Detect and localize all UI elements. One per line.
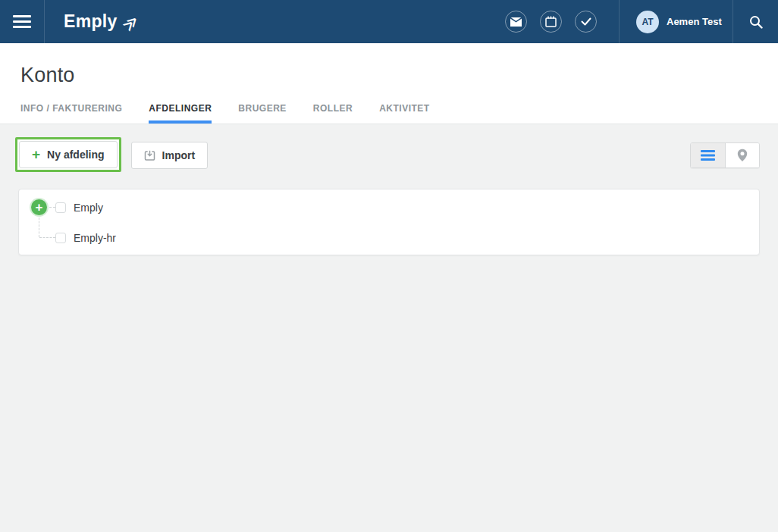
tab-bar: INFO / FAKTURERING AFDELINGER BRUGERE RO… [20, 103, 778, 124]
import-label: Import [162, 149, 196, 161]
new-department-label: Ny afdeling [47, 149, 104, 161]
search-icon [749, 15, 763, 29]
list-icon [701, 150, 715, 161]
tab-afdelinger[interactable]: AFDELINGER [149, 103, 212, 124]
new-department-button[interactable]: + Ny afdeling [19, 141, 118, 168]
topbar: Emply ≫ AT Aemen Test [0, 0, 778, 43]
page-header: Konto INFO / FAKTURERING AFDELINGER BRUG… [0, 43, 778, 124]
calendar-button[interactable] [540, 11, 562, 33]
tree-node-emply-hr[interactable]: Emply-hr [74, 233, 116, 243]
calendar-icon [545, 16, 557, 27]
mail-button[interactable] [505, 11, 527, 33]
import-button[interactable]: Import [131, 142, 209, 169]
add-subdepartment-button[interactable]: + [31, 199, 47, 215]
plus-icon: + [32, 147, 40, 161]
check-icon [581, 17, 591, 26]
list-view-button[interactable] [691, 143, 725, 167]
hamburger-menu-icon[interactable] [0, 0, 44, 43]
logo-text: Emply [64, 11, 118, 32]
search-button[interactable] [733, 0, 778, 43]
tab-info-fakturering[interactable]: INFO / FAKTURERING [20, 103, 122, 124]
tree-connector [49, 207, 55, 208]
mail-icon [510, 17, 522, 27]
page-title: Konto [20, 43, 778, 86]
user-menu[interactable]: AT Aemen Test [620, 0, 733, 43]
highlight-box: + Ny afdeling [15, 137, 121, 172]
checkbox-emply-hr[interactable] [55, 233, 66, 243]
plus-circle-icon: + [36, 201, 43, 214]
checkbox-emply[interactable] [55, 202, 66, 213]
import-tray-icon [144, 150, 155, 161]
user-name: Aemen Test [667, 16, 722, 27]
tree-connector [39, 217, 39, 237]
emply-logo[interactable]: Emply ≫ [64, 0, 137, 43]
map-pin-icon [737, 149, 748, 162]
tree-connector [39, 237, 55, 238]
department-tree-card: + Emply Emply-hr [18, 189, 760, 255]
topbar-spacer [137, 0, 505, 43]
content-area: + Ny afdeling Import [0, 124, 778, 255]
toolbar: + Ny afdeling Import [18, 137, 760, 172]
map-view-button[interactable] [725, 143, 759, 167]
tree-node-emply[interactable]: Emply [74, 202, 103, 213]
tab-brugere[interactable]: BRUGERE [238, 103, 287, 124]
view-toggle-group [690, 142, 760, 168]
topbar-action-icons [505, 0, 597, 43]
tab-aktivitet[interactable]: AKTIVITET [379, 103, 430, 124]
tasks-button[interactable] [575, 11, 597, 33]
topbar-divider [44, 0, 45, 43]
avatar: AT [636, 11, 659, 33]
tab-roller[interactable]: ROLLER [313, 103, 353, 124]
